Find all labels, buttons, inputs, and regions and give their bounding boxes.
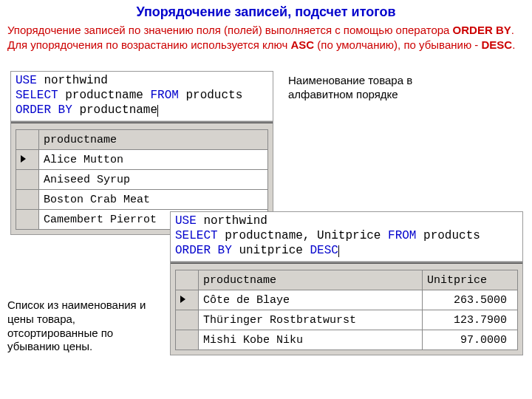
intro-text: Упорядочение записей по значению поля (п… [0, 20, 532, 56]
query-window-1: USE northwind SELECT productname FROM pr… [10, 71, 273, 235]
row-header-corner [16, 130, 39, 150]
query-window-2: USE northwind SELECT productname, Unitpr… [170, 211, 523, 355]
code-text: products [179, 89, 242, 102]
col-header[interactable]: Unitprice [423, 270, 518, 290]
result-table-2: productname Unitprice Côte de Blaye 263.… [175, 270, 518, 350]
kw-from: FROM [388, 229, 416, 242]
table-row[interactable]: Côte de Blaye 263.5000 [176, 290, 518, 310]
row-header[interactable] [176, 310, 199, 330]
kw-desc: DESC [310, 244, 338, 257]
kw-select: SELECT [175, 229, 218, 242]
intro-b3: DESC [482, 38, 513, 51]
code-area-2[interactable]: USE northwind SELECT productname, Unitpr… [171, 212, 522, 259]
table-row[interactable]: Mishi Kobe Niku 97.0000 [176, 330, 518, 350]
intro-p1: Упорядочение записей по значению поля (п… [7, 24, 453, 36]
kw-from: FROM [150, 89, 178, 102]
code-text: northwind [197, 214, 267, 228]
text-cursor [157, 105, 158, 117]
table-header-row: productname [16, 130, 268, 150]
intro-p3: (по умолчанию), по убыванию - [314, 38, 481, 51]
table-header-row: productname Unitprice [176, 270, 518, 290]
cell[interactable]: 263.5000 [423, 290, 518, 310]
cell[interactable]: Boston Crab Meat [39, 190, 268, 210]
cell[interactable]: Alice Mutton [39, 150, 268, 170]
intro-p4: . [512, 38, 515, 51]
cell[interactable]: Thüringer Rostbratwurst [199, 310, 423, 330]
kw-order-by: ORDER BY [16, 103, 72, 117]
col-header[interactable]: productname [199, 270, 423, 290]
row-header[interactable] [16, 190, 39, 210]
cell[interactable]: Côte de Blaye [199, 290, 423, 310]
code-text: northwind [37, 74, 108, 87]
table-row[interactable]: Thüringer Rostbratwurst 123.7900 [176, 310, 518, 330]
page-title: Упорядочение записей, подсчет итогов [0, 0, 532, 20]
cell[interactable]: Aniseed Syrup [39, 170, 268, 190]
table-row[interactable]: Boston Crab Meat [16, 190, 268, 210]
cell[interactable]: Mishi Kobe Niku [199, 330, 423, 350]
code-text: unitprice [232, 244, 310, 257]
intro-b2: ASC [290, 38, 314, 51]
code-text: productname [58, 89, 151, 102]
intro-b1: ORDER BY [453, 24, 511, 36]
current-row-icon [21, 155, 26, 163]
code-area-1[interactable]: USE northwind SELECT productname FROM pr… [11, 72, 273, 119]
caption-query1: Наименование товара в алфавитном порядке [288, 74, 451, 102]
kw-select: SELECT [16, 89, 58, 102]
row-header-corner [176, 270, 199, 290]
cell[interactable]: 97.0000 [423, 330, 518, 350]
caption-query2: Список из наименования и цены товара, от… [7, 299, 163, 354]
kw-use: USE [175, 214, 197, 228]
code-text: products [416, 229, 480, 242]
row-header[interactable] [176, 330, 199, 350]
text-cursor [338, 245, 339, 257]
cell[interactable]: 123.7900 [423, 310, 518, 330]
kw-use: USE [16, 74, 37, 87]
code-text: productname [72, 103, 157, 117]
current-row-icon [180, 296, 185, 303]
result-grid-2: productname Unitprice Côte de Blaye 263.… [171, 264, 522, 355]
row-header[interactable] [16, 150, 39, 170]
kw-order-by: ORDER BY [175, 244, 232, 257]
row-header[interactable] [16, 170, 39, 190]
code-text: productname, Unitprice [218, 229, 388, 242]
table-row[interactable]: Alice Mutton [16, 150, 268, 170]
col-header[interactable]: productname [39, 130, 268, 150]
row-header[interactable] [16, 210, 39, 230]
table-row[interactable]: Aniseed Syrup [16, 170, 268, 190]
row-header[interactable] [176, 290, 199, 310]
